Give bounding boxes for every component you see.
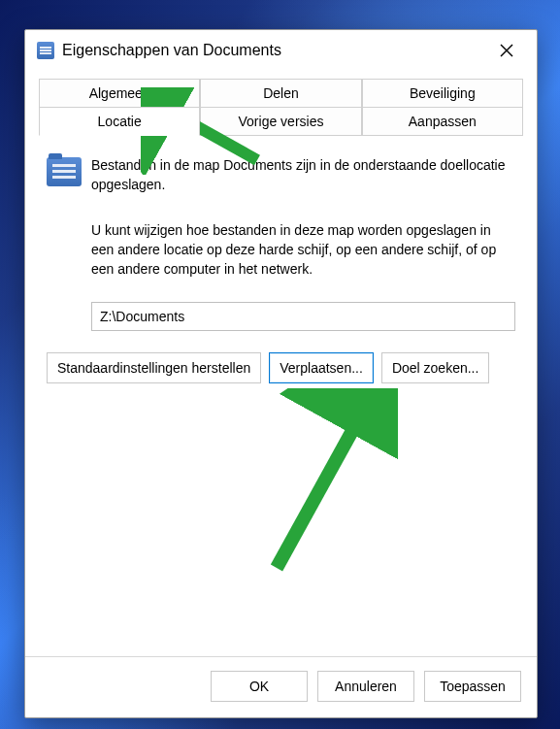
path-input[interactable]	[91, 302, 515, 331]
move-button[interactable]: Verplaatsen...	[269, 352, 374, 383]
close-icon	[500, 44, 513, 57]
dialog-footer: OK Annuleren Toepassen	[25, 656, 537, 717]
tab-algemeen[interactable]: Algemeen	[39, 79, 200, 107]
tab-content: Bestanden in de map Documents zijn in de…	[25, 136, 537, 656]
tab-beveiliging[interactable]: Beveiliging	[362, 79, 523, 107]
properties-dialog: Eigenschappen van Documents Algemeen Del…	[24, 29, 538, 718]
tab-vorige-versies[interactable]: Vorige versies	[200, 107, 361, 136]
restore-defaults-button[interactable]: Standaardinstellingen herstellen	[47, 352, 261, 383]
tabs: Algemeen Delen Beveiliging Locatie Vorig…	[25, 71, 537, 136]
cancel-button[interactable]: Annuleren	[317, 671, 414, 702]
info-text: U kunt wijzigen hoe bestanden in deze ma…	[91, 220, 515, 280]
titlebar: Eigenschappen van Documents	[25, 30, 537, 71]
folder-icon	[47, 157, 82, 186]
close-button[interactable]	[488, 36, 525, 65]
documents-icon	[37, 42, 54, 59]
apply-button[interactable]: Toepassen	[424, 671, 521, 702]
find-target-button[interactable]: Doel zoeken...	[381, 352, 490, 383]
tab-locatie[interactable]: Locatie	[39, 107, 200, 136]
tab-delen[interactable]: Delen	[200, 79, 361, 107]
ok-button[interactable]: OK	[211, 671, 308, 702]
folder-description: Bestanden in de map Documents zijn in de…	[91, 155, 515, 195]
window-title: Eigenschappen van Documents	[62, 42, 488, 59]
tab-aanpassen[interactable]: Aanpassen	[362, 107, 523, 136]
